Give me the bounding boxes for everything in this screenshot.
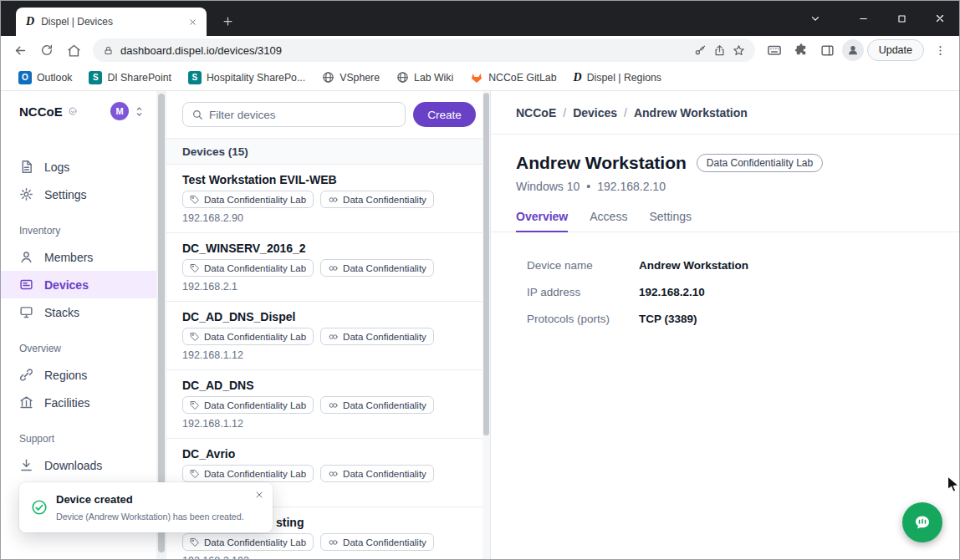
- bookmark-dispel-regions[interactable]: DDispel | Regions: [566, 69, 669, 87]
- section-label-overview: Overview: [1, 326, 156, 361]
- sidebar-item-label: Devices: [44, 278, 89, 292]
- tab-close-button[interactable]: [185, 14, 200, 29]
- sidebar-item-regions[interactable]: Regions: [1, 361, 156, 389]
- tag-icon: [190, 469, 200, 479]
- workspace-switcher[interactable]: NCCoE M: [1, 91, 156, 131]
- breadcrumb-nccoe[interactable]: NCCoE: [516, 106, 556, 120]
- field-row-protocols: Protocols (ports) TCP (3389): [527, 311, 934, 327]
- browser-tab[interactable]: D Dispel | Devices: [16, 8, 207, 36]
- device-detail-panel: NCCoE / Devices / Andrew Workstation And…: [490, 91, 959, 560]
- device-row-test-workstation[interactable]: Test Workstation EVIL-WEB Data Confident…: [166, 165, 490, 233]
- bookmark-lab-wiki[interactable]: Lab Wiki: [389, 68, 461, 87]
- bookmark-vsphere[interactable]: VSphere: [314, 68, 387, 87]
- toast-close-button[interactable]: [254, 490, 264, 500]
- badge-confidentiality: Data Confidentiality: [320, 259, 434, 277]
- gitlab-icon: [470, 71, 483, 84]
- sidebar-item-stacks[interactable]: Stacks: [1, 298, 156, 326]
- device-ip: 192.168.2.90: [182, 212, 477, 225]
- tab-settings[interactable]: Settings: [649, 210, 692, 232]
- bookmark-outlook[interactable]: OOutlook: [11, 68, 79, 88]
- device-row-dc-ad-dns-dispel[interactable]: DC_AD_DNS_Dispel Data Confidentiality La…: [166, 302, 490, 370]
- sidebar-item-logs[interactable]: Logs: [1, 153, 156, 181]
- badge-label: Data Confidentiality: [343, 469, 426, 479]
- puzzle-icon: [794, 43, 809, 58]
- side-panel-button[interactable]: [815, 38, 840, 63]
- breadcrumb-separator: /: [624, 106, 627, 120]
- extension-card-icon[interactable]: [762, 38, 787, 63]
- omnibox[interactable]: dashboard.dispel.io/devices/3109: [93, 38, 755, 62]
- tag-icon: [190, 537, 200, 547]
- sidebar-item-label: Settings: [44, 188, 87, 201]
- sidebar-item-members[interactable]: Members: [1, 243, 156, 271]
- sidebar-item-facilities[interactable]: Facilities: [1, 389, 156, 416]
- minimize-button[interactable]: [844, 1, 882, 36]
- filter-devices-input[interactable]: [209, 109, 396, 121]
- kebab-menu-icon: [934, 44, 947, 57]
- bookmark-label: NCCoE GitLab: [488, 72, 556, 84]
- tag-icon: [190, 400, 200, 410]
- sidebar-item-downloads[interactable]: Downloads: [1, 451, 156, 479]
- create-device-button[interactable]: Create: [413, 102, 476, 127]
- chevron-down-icon: [809, 13, 821, 24]
- switcher-chevrons-icon[interactable]: [134, 104, 145, 119]
- dispel-icon: D: [574, 72, 582, 84]
- close-icon: [188, 18, 197, 27]
- bookmark-star-icon[interactable]: [733, 44, 745, 57]
- maximize-button[interactable]: [882, 1, 921, 36]
- badge-label: Data Confidentiality Lab: [204, 400, 306, 410]
- title-row: Andrew Workstation Data Confidentiality …: [491, 135, 959, 173]
- bookmark-hospitality-sharepoint[interactable]: SHospitality SharePo...: [181, 68, 313, 88]
- field-label: Device name: [527, 259, 639, 272]
- close-window-button[interactable]: [921, 1, 959, 36]
- device-subline: Windows 10 • 192.168.2.10: [491, 173, 959, 193]
- device-name: DC_AD_DNS_Dispel: [182, 309, 477, 324]
- badge-label: Data Confidentiality Lab: [204, 195, 306, 205]
- window-titlebar: D Dispel | Devices: [1, 1, 959, 36]
- reload-icon: [40, 43, 54, 57]
- home-button[interactable]: [61, 38, 86, 63]
- tab-access[interactable]: Access: [590, 210, 627, 232]
- sidebar-item-devices[interactable]: Devices: [1, 271, 156, 298]
- device-name: DC_Avrio: [182, 446, 477, 461]
- new-tab-button[interactable]: [218, 12, 237, 30]
- device-row-dc-winserv[interactable]: DC_WINSERV_2016_2 Data Confidentiality L…: [166, 233, 490, 302]
- link-icon: [328, 263, 339, 273]
- person-icon: [846, 43, 860, 57]
- breadcrumb-devices[interactable]: Devices: [573, 106, 617, 120]
- field-row-ip-address: IP address 192.168.2.10: [527, 284, 934, 300]
- lock-icon[interactable]: [103, 45, 114, 56]
- field-label: IP address: [527, 286, 639, 298]
- device-list-scrollbar[interactable]: [483, 91, 490, 560]
- tag-icon: [190, 263, 200, 273]
- badge-label: Data Confidentiality: [343, 263, 426, 273]
- sharepoint-icon: S: [89, 71, 102, 84]
- device-ip: 192.168.1.12: [182, 418, 477, 430]
- reload-button[interactable]: [34, 38, 59, 63]
- window-chevron-button[interactable]: [799, 1, 832, 36]
- badge-row: Data Confidentiality Lab Data Confidenti…: [182, 465, 477, 482]
- profile-avatar[interactable]: [842, 39, 864, 61]
- badge-label: Data Confidentiality: [343, 332, 426, 342]
- share-icon[interactable]: [713, 44, 726, 57]
- back-button[interactable]: [8, 38, 33, 63]
- bookmark-nccoe-gitlab[interactable]: NCCoE GitLab: [462, 68, 564, 88]
- bookmark-di-sharepoint[interactable]: SDI SharePoint: [81, 68, 179, 88]
- extensions-puzzle-button[interactable]: [789, 38, 814, 63]
- update-button[interactable]: Update: [867, 39, 924, 61]
- check-circle-icon: [31, 499, 48, 522]
- filter-devices-field[interactable]: [182, 102, 406, 127]
- url-text[interactable]: dashboard.dispel.io/devices/3109: [120, 44, 687, 57]
- device-ip-sub: 192.168.2.10: [597, 180, 666, 193]
- tab-overview[interactable]: Overview: [516, 210, 568, 232]
- device-row-dc-ad-dns[interactable]: DC_AD_DNS Data Confidentiality Lab Data …: [166, 370, 490, 439]
- password-key-icon[interactable]: [694, 44, 707, 57]
- workspace-avatar[interactable]: M: [110, 102, 129, 120]
- chat-launcher-button[interactable]: [902, 502, 942, 542]
- menu-button[interactable]: [927, 38, 952, 63]
- bookmark-label: Hospitality SharePo...: [207, 72, 305, 84]
- page-title: Andrew Workstation: [516, 153, 687, 173]
- toast-title: Device created: [56, 493, 244, 506]
- org-logo-icon: [68, 106, 78, 116]
- scrollbar-thumb[interactable]: [483, 93, 489, 435]
- sidebar-item-settings[interactable]: Settings: [1, 181, 156, 208]
